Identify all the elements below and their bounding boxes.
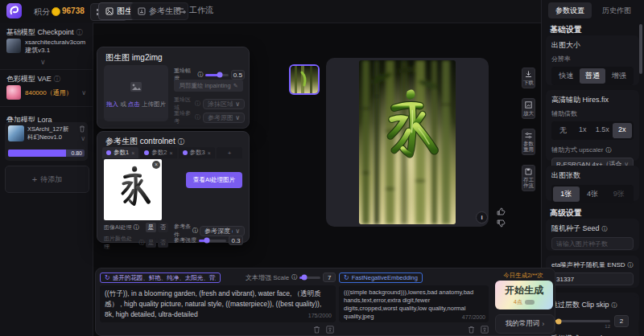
controlnet-tab-add[interactable]: + <box>217 147 243 158</box>
ai-process-yes-button[interactable]: 是 <box>146 223 156 232</box>
cfg-scale-label: 文本增强 Scale <box>246 273 289 282</box>
lora-thumbnail <box>8 125 24 141</box>
download-button[interactable]: 下载 <box>522 68 535 88</box>
info-icon: ⓘ <box>195 100 200 108</box>
lora-add-label: 待添加 <box>40 174 62 185</box>
tab-settings[interactable]: 参数设置 <box>548 2 592 18</box>
image-viewer-card: i <box>326 58 489 227</box>
mode-tab-workflow[interactable]: 工作流 <box>171 2 220 18</box>
vae-selector[interactable]: 840000（通用） ∨ <box>6 85 86 100</box>
checkpoint-thumbnail <box>6 39 21 53</box>
controlnet-tab-3[interactable]: 参数3 × <box>179 147 215 158</box>
trash-icon[interactable] <box>313 326 320 334</box>
hires-scale-segmented[interactable]: 无 1x 1.5x 2x <box>551 121 634 140</box>
info-icon: ⓘ <box>134 223 139 232</box>
close-icon[interactable]: × <box>208 150 211 156</box>
thumbs-up-icon[interactable] <box>497 207 506 215</box>
generate-button[interactable]: 开始生成 4点 <box>495 281 553 309</box>
translate-icon[interactable] <box>481 326 489 334</box>
checkpoint-section-title: 基础模型 Checkpoint <box>6 27 74 38</box>
close-icon[interactable]: × <box>131 150 134 156</box>
resolution-option-fast[interactable]: 快速 <box>553 68 580 84</box>
inpaint-area-dropdown[interactable]: 涂抹区域 in∨ <box>203 99 245 109</box>
ensd-input[interactable]: 31337 <box>551 272 634 285</box>
seed-placeholder: 请输入图片种子数 <box>556 240 608 248</box>
remove-image-icon[interactable]: × <box>152 161 160 169</box>
trash-icon[interactable] <box>468 326 475 334</box>
info-icon: ⓘ <box>628 261 634 269</box>
image-count-segmented[interactable]: 1张 4张 9张 <box>551 185 634 203</box>
inpaint-ref-dropdown[interactable]: 参考原图 or∨ <box>203 113 245 123</box>
color-process-yes-button[interactable]: 是 <box>146 238 156 248</box>
thumbs-down-icon[interactable] <box>497 219 506 227</box>
chevron-down-icon[interactable]: ∨ <box>80 135 85 142</box>
refresh-icon: ↻ <box>105 274 110 281</box>
hires-option-2x[interactable]: 2x <box>613 123 633 138</box>
cfg-scale-slider[interactable] <box>299 277 320 279</box>
image-upload-dropzone[interactable]: 拖入 或 点击 上传图片 <box>104 65 168 121</box>
controlnet-reference-image[interactable]: × <box>104 159 162 220</box>
cfg-scale-value[interactable]: 7 <box>323 272 336 282</box>
points-value: 96738 <box>62 6 85 15</box>
advanced-settings-heading: 高级设置 <box>550 207 582 219</box>
hires-option-none[interactable]: 无 <box>553 123 573 138</box>
my-common-words-button[interactable]: 我的常用词 › <box>495 314 555 334</box>
edit-icon: ✎ <box>233 83 238 89</box>
ref-strength-value[interactable]: 0.3 <box>229 236 243 245</box>
negative-embedding-chip[interactable]: ↻ FastNegativeEmbedding <box>339 272 423 283</box>
count-option-1[interactable]: 1张 <box>553 186 580 202</box>
save-to-workflow-button[interactable]: 存工作流 <box>522 165 535 191</box>
upscaler-label: 辅助方式 upscaler <box>551 145 603 154</box>
positive-suggestion-chip[interactable]: ↻ 盛开的花园、鲜艳、纯净、太阳光、背景、杰作、最佳质量 <box>100 272 221 283</box>
translate-icon[interactable] <box>326 326 334 334</box>
lora-add-button[interactable]: + 待添加 <box>5 166 89 193</box>
tab-history[interactable]: 历史作图 <box>595 2 638 18</box>
download-icon <box>525 71 532 78</box>
hires-scale-label: 辅助倍数 <box>551 109 634 118</box>
denoise-slider[interactable] <box>205 74 228 76</box>
resolution-option-normal[interactable]: 普通 <box>580 68 606 84</box>
info-icon: ⓘ <box>138 239 144 247</box>
checkpoint-collapse[interactable]: ∨ <box>40 58 46 66</box>
ai-process-label: 图像AI处理 <box>104 223 132 232</box>
app-logo[interactable] <box>6 3 22 18</box>
lora-weight-slider[interactable]: 0.80 <box>8 150 85 157</box>
output-size-title: 出图大小 <box>551 40 634 51</box>
resolution-option-enhanced[interactable]: 增强 <box>605 68 632 84</box>
inpainting-button[interactable]: 局部重绘 inpainting ✎ <box>174 80 243 92</box>
ref-condition-dropdown[interactable]: 参考深度 dept∨ <box>200 226 245 236</box>
clip-skip-value[interactable]: 2 <box>614 315 629 327</box>
seed-card: 随机种子 Seed ⓘ 请输入图片种子数 <box>546 219 639 251</box>
close-icon[interactable]: × <box>169 150 172 156</box>
sidebar-scrollbar[interactable] <box>639 24 642 74</box>
chevron-right-icon: › <box>542 320 544 328</box>
denoise-value[interactable]: 0.5 <box>231 70 245 80</box>
checkpoint-card[interactable]: xsarchitecturalv3com建筑v3.1 <box>6 39 86 55</box>
resolution-segmented[interactable]: 快速 普通 增强 <box>551 67 634 85</box>
hires-option-1x[interactable]: 1x <box>573 123 593 138</box>
view-ai-image-button[interactable]: 查看AI处理图片 <box>186 172 242 188</box>
param-dot-icon <box>144 150 149 155</box>
negative-prompt-input[interactable]: (((simple background))),lowres,bad anato… <box>339 285 489 322</box>
color-process-label: 图片颜色处理 <box>104 235 137 251</box>
img2img-tab-icon <box>105 7 114 15</box>
hires-option-15x[interactable]: 1.5x <box>592 123 613 138</box>
trash-icon[interactable] <box>79 125 85 133</box>
image-info-button[interactable]: i <box>476 211 488 223</box>
controlnet-tab-icon <box>138 7 146 15</box>
controlnet-tab-2[interactable]: 参数2 × <box>140 147 176 158</box>
ref-strength-slider[interactable] <box>199 240 226 242</box>
reuse-params-button[interactable]: 参数重用 <box>522 129 535 155</box>
seed-input[interactable]: 请输入图片种子数 <box>551 237 634 250</box>
points-label: 积分 <box>34 6 50 18</box>
color-process-no-button[interactable]: 否 <box>158 238 168 248</box>
lora-card[interactable]: XSArchi_127新科幻Neov1.0 ∨ 0.80 <box>5 122 88 161</box>
enlarge-button[interactable]: 放大 <box>522 98 535 119</box>
clip-skip-slider[interactable]: 12 <box>551 320 610 322</box>
controlnet-tab-1[interactable]: 参数1 × <box>102 147 138 158</box>
basic-settings-heading: 基础设置 <box>550 24 582 35</box>
result-thumbnail[interactable] <box>289 64 320 95</box>
positive-prompt-input[interactable]: ((竹子)), in a blooming garden, (fresh and… <box>100 285 336 322</box>
ai-process-no-button[interactable]: 否 <box>158 223 168 232</box>
count-option-4[interactable]: 4张 <box>580 186 606 202</box>
